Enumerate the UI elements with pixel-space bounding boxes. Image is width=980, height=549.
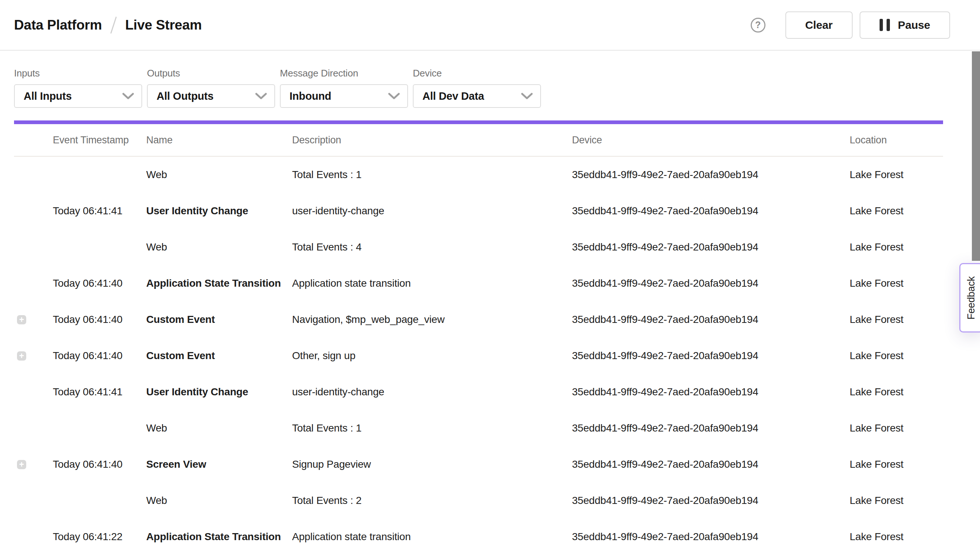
- breadcrumb-separator: [110, 16, 117, 34]
- header-actions: ? Clear Pause: [751, 11, 950, 39]
- event-name-cell: Custom Event: [146, 350, 292, 362]
- chevron-down-icon: [388, 93, 400, 100]
- event-device-cell: 35eddb41-9ff9-49e2-7aed-20afa90eb194: [572, 495, 850, 506]
- event-location-cell: Lake Forest: [850, 314, 943, 326]
- event-description-cell: Total Events : 2: [292, 495, 572, 506]
- expand-row-icon[interactable]: +: [17, 351, 26, 361]
- table-row[interactable]: + Today 06:41:41 User Identity Change us…: [14, 193, 943, 229]
- event-description-cell: user-identity-change: [292, 205, 572, 217]
- event-description-cell: Other, sign up: [292, 350, 572, 362]
- inputs-filter-select[interactable]: All Inputs: [14, 84, 142, 108]
- event-location-cell: Lake Forest: [850, 422, 943, 434]
- name-column-header: Name: [146, 134, 292, 146]
- event-device-cell: 35eddb41-9ff9-49e2-7aed-20afa90eb194: [572, 278, 850, 289]
- outputs-filter-label: Outputs: [147, 68, 275, 79]
- chevron-down-icon: [122, 93, 134, 100]
- event-device-cell: 35eddb41-9ff9-49e2-7aed-20afa90eb194: [572, 422, 850, 434]
- device-filter-select[interactable]: All Dev Data: [413, 84, 541, 108]
- outputs-filter-value: All Outputs: [157, 90, 213, 102]
- event-timestamp-cell: Today 06:41:41: [53, 205, 146, 217]
- event-name-cell: Application State Transition: [146, 531, 292, 543]
- event-location-cell: Lake Forest: [850, 495, 943, 506]
- event-device-cell: 35eddb41-9ff9-49e2-7aed-20afa90eb194: [572, 205, 850, 217]
- inputs-filter-value: All Inputs: [24, 90, 72, 102]
- filter-group-inputs: Inputs All Inputs: [14, 68, 142, 108]
- table-row[interactable]: + Web Total Events : 2 35eddb41-9ff9-49e…: [14, 482, 943, 519]
- table-row[interactable]: + Web Total Events : 1 35eddb41-9ff9-49e…: [14, 410, 943, 446]
- event-location-cell: Lake Forest: [850, 350, 943, 362]
- table-body: + Web Total Events : 1 35eddb41-9ff9-49e…: [14, 156, 943, 549]
- table-row[interactable]: + Web Total Events : 4 35eddb41-9ff9-49e…: [14, 229, 943, 265]
- accent-divider: [14, 120, 943, 124]
- event-location-cell: Lake Forest: [850, 205, 943, 217]
- event-name-cell: Web: [146, 169, 292, 181]
- table-row[interactable]: + Today 06:41:40 Custom Event Other, sig…: [14, 338, 943, 374]
- event-device-cell: 35eddb41-9ff9-49e2-7aed-20afa90eb194: [572, 314, 850, 326]
- event-name-cell: User Identity Change: [146, 386, 292, 398]
- event-description-cell: Total Events : 4: [292, 241, 572, 253]
- pause-icon: [880, 19, 890, 31]
- clear-button-label: Clear: [805, 19, 833, 31]
- event-location-cell: Lake Forest: [850, 278, 943, 289]
- location-column-header: Location: [850, 134, 943, 146]
- filter-group-message-direction: Message Direction Inbound: [280, 68, 408, 108]
- filter-group-outputs: Outputs All Outputs: [147, 68, 275, 108]
- expand-row-icon[interactable]: +: [17, 315, 26, 324]
- outputs-filter-select[interactable]: All Outputs: [147, 84, 275, 108]
- message-direction-filter-value: Inbound: [290, 90, 331, 102]
- event-timestamp-cell: Today 06:41:40: [53, 314, 146, 326]
- feedback-tab-label: Feedback: [966, 276, 977, 319]
- event-name-cell: Application State Transition: [146, 278, 292, 289]
- table-row[interactable]: + Today 06:41:41 User Identity Change us…: [14, 374, 943, 410]
- event-location-cell: Lake Forest: [850, 169, 943, 181]
- event-device-cell: 35eddb41-9ff9-49e2-7aed-20afa90eb194: [572, 458, 850, 470]
- help-icon[interactable]: ?: [751, 18, 765, 32]
- event-description-cell: Navigation, $mp_web_page_view: [292, 314, 572, 326]
- pause-button-label: Pause: [898, 19, 930, 31]
- event-device-cell: 35eddb41-9ff9-49e2-7aed-20afa90eb194: [572, 241, 850, 253]
- description-column-header: Description: [292, 134, 572, 146]
- inputs-filter-label: Inputs: [14, 68, 142, 79]
- event-timestamp-cell: Today 06:41:41: [53, 386, 146, 398]
- page-title: Live Stream: [125, 18, 202, 33]
- event-description-cell: Application state transition: [292, 278, 572, 289]
- device-filter-label: Device: [413, 68, 541, 79]
- timestamp-column-header: Event Timestamp: [53, 134, 146, 146]
- device-column-header: Device: [572, 134, 850, 146]
- message-direction-filter-label: Message Direction: [280, 68, 408, 79]
- event-timestamp-cell: Today 06:41:40: [53, 278, 146, 289]
- expand-row-icon[interactable]: +: [17, 460, 26, 469]
- table-header-row: Event Timestamp Name Description Device …: [14, 124, 943, 156]
- breadcrumb: Data Platform Live Stream: [14, 16, 202, 34]
- chevron-down-icon: [521, 93, 533, 100]
- event-description-cell: Application state transition: [292, 531, 572, 543]
- event-location-cell: Lake Forest: [850, 458, 943, 470]
- event-device-cell: 35eddb41-9ff9-49e2-7aed-20afa90eb194: [572, 169, 850, 181]
- event-device-cell: 35eddb41-9ff9-49e2-7aed-20afa90eb194: [572, 350, 850, 362]
- event-description-cell: Total Events : 1: [292, 422, 572, 434]
- event-name-cell: Custom Event: [146, 314, 292, 326]
- clear-button[interactable]: Clear: [785, 11, 853, 39]
- breadcrumb-section[interactable]: Data Platform: [14, 18, 102, 33]
- event-description-cell: Total Events : 1: [292, 169, 572, 181]
- event-location-cell: Lake Forest: [850, 241, 943, 253]
- table-row[interactable]: + Today 06:41:40 Application State Trans…: [14, 265, 943, 302]
- table-row[interactable]: + Web Total Events : 1 35eddb41-9ff9-49e…: [14, 156, 943, 193]
- event-name-cell: Web: [146, 241, 292, 253]
- event-name-cell: Screen View: [146, 458, 292, 470]
- event-name-cell: Web: [146, 422, 292, 434]
- event-device-cell: 35eddb41-9ff9-49e2-7aed-20afa90eb194: [572, 386, 850, 398]
- event-device-cell: 35eddb41-9ff9-49e2-7aed-20afa90eb194: [572, 531, 850, 543]
- feedback-tab[interactable]: Feedback: [959, 263, 980, 332]
- message-direction-filter-select[interactable]: Inbound: [280, 84, 408, 108]
- table-row[interactable]: + Today 06:41:22 Application State Trans…: [14, 519, 943, 549]
- event-location-cell: Lake Forest: [850, 531, 943, 543]
- vertical-scrollbar-thumb[interactable]: [972, 51, 980, 261]
- event-timestamp-cell: Today 06:41:40: [53, 350, 146, 362]
- filter-bar: Inputs All Inputs Outputs All Outputs Me…: [14, 68, 980, 108]
- pause-button[interactable]: Pause: [860, 11, 950, 39]
- table-row[interactable]: + Today 06:41:40 Custom Event Navigation…: [14, 302, 943, 338]
- chevron-down-icon: [255, 93, 267, 100]
- table-row[interactable]: + Today 06:41:40 Screen View Signup Page…: [14, 446, 943, 482]
- event-name-cell: Web: [146, 495, 292, 506]
